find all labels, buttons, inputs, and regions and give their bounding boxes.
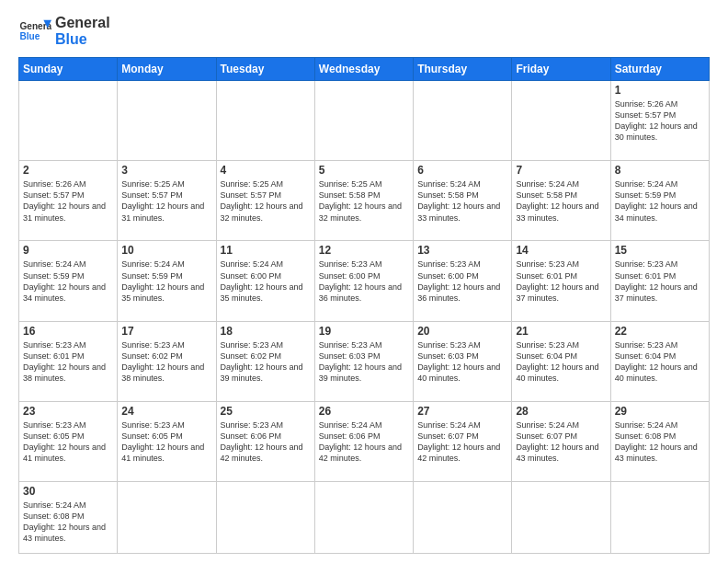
svg-text:Blue: Blue: [19, 31, 40, 41]
calendar-day-cell: [118, 481, 216, 553]
calendar-day-cell: 27Sunrise: 5:24 AM Sunset: 6:07 PM Dayli…: [414, 401, 512, 481]
calendar-week-row: 30Sunrise: 5:24 AM Sunset: 6:08 PM Dayli…: [19, 481, 710, 553]
day-number: 17: [121, 325, 211, 338]
day-info-text: Sunrise: 5:23 AM Sunset: 6:01 PM Dayligh…: [615, 259, 705, 304]
day-info-text: Sunrise: 5:24 AM Sunset: 6:06 PM Dayligh…: [319, 419, 409, 465]
calendar-day-cell: 7Sunrise: 5:24 AM Sunset: 5:58 PM Daylig…: [512, 161, 610, 241]
calendar-day-cell: 5Sunrise: 5:25 AM Sunset: 5:58 PM Daylig…: [314, 161, 413, 241]
calendar-day-cell: 8Sunrise: 5:24 AM Sunset: 5:59 PM Daylig…: [610, 161, 709, 241]
day-number: 4: [221, 164, 311, 177]
day-number: 16: [23, 325, 113, 338]
calendar-day-cell: [314, 481, 413, 553]
weekday-header-sunday: Sunday: [19, 58, 118, 81]
day-info-text: Sunrise: 5:25 AM Sunset: 5:57 PM Dayligh…: [121, 178, 211, 224]
day-info-text: Sunrise: 5:26 AM Sunset: 5:57 PM Dayligh…: [615, 98, 705, 144]
day-number: 18: [221, 325, 311, 338]
calendar-day-cell: [610, 481, 709, 553]
day-info-text: Sunrise: 5:24 AM Sunset: 5:58 PM Dayligh…: [516, 178, 606, 224]
calendar-day-cell: [118, 81, 216, 161]
weekday-header-wednesday: Wednesday: [314, 58, 413, 81]
calendar-day-cell: [414, 81, 512, 161]
day-number: 19: [319, 325, 409, 338]
calendar-table: SundayMondayTuesdayWednesdayThursdayFrid…: [18, 57, 710, 554]
day-info-text: Sunrise: 5:23 AM Sunset: 6:02 PM Dayligh…: [121, 339, 211, 385]
calendar-week-row: 9Sunrise: 5:24 AM Sunset: 5:59 PM Daylig…: [19, 241, 710, 321]
day-number: 21: [516, 325, 606, 338]
day-number: 10: [121, 244, 211, 257]
calendar-day-cell: 2Sunrise: 5:26 AM Sunset: 5:57 PM Daylig…: [19, 161, 118, 241]
day-number: 8: [615, 164, 705, 177]
day-number: 7: [516, 164, 606, 177]
day-number: 1: [615, 84, 705, 97]
day-number: 2: [23, 164, 113, 177]
calendar-day-cell: 13Sunrise: 5:23 AM Sunset: 6:00 PM Dayli…: [414, 241, 512, 321]
day-number: 23: [23, 405, 113, 418]
weekday-header-thursday: Thursday: [414, 58, 512, 81]
calendar-day-cell: 6Sunrise: 5:24 AM Sunset: 5:58 PM Daylig…: [414, 161, 512, 241]
calendar-day-cell: 17Sunrise: 5:23 AM Sunset: 6:02 PM Dayli…: [118, 321, 216, 401]
day-info-text: Sunrise: 5:24 AM Sunset: 6:07 PM Dayligh…: [417, 419, 507, 465]
calendar-day-cell: 19Sunrise: 5:23 AM Sunset: 6:03 PM Dayli…: [314, 321, 413, 401]
calendar-day-cell: 12Sunrise: 5:23 AM Sunset: 6:00 PM Dayli…: [314, 241, 413, 321]
calendar-day-cell: [314, 81, 413, 161]
day-info-text: Sunrise: 5:23 AM Sunset: 6:03 PM Dayligh…: [319, 339, 409, 385]
day-info-text: Sunrise: 5:23 AM Sunset: 6:03 PM Dayligh…: [417, 339, 507, 385]
calendar-day-cell: 30Sunrise: 5:24 AM Sunset: 6:08 PM Dayli…: [19, 481, 118, 553]
day-number: 5: [319, 164, 409, 177]
calendar-day-cell: 15Sunrise: 5:23 AM Sunset: 6:01 PM Dayli…: [610, 241, 709, 321]
calendar-day-cell: 26Sunrise: 5:24 AM Sunset: 6:06 PM Dayli…: [314, 401, 413, 481]
day-info-text: Sunrise: 5:23 AM Sunset: 6:05 PM Dayligh…: [23, 419, 113, 465]
calendar-day-cell: 29Sunrise: 5:24 AM Sunset: 6:08 PM Dayli…: [610, 401, 709, 481]
day-info-text: Sunrise: 5:24 AM Sunset: 5:58 PM Dayligh…: [417, 178, 507, 224]
weekday-header-tuesday: Tuesday: [216, 58, 314, 81]
day-info-text: Sunrise: 5:26 AM Sunset: 5:57 PM Dayligh…: [23, 178, 113, 224]
calendar-week-row: 1Sunrise: 5:26 AM Sunset: 5:57 PM Daylig…: [19, 81, 710, 161]
calendar-week-row: 2Sunrise: 5:26 AM Sunset: 5:57 PM Daylig…: [19, 161, 710, 241]
calendar-day-cell: 14Sunrise: 5:23 AM Sunset: 6:01 PM Dayli…: [512, 241, 610, 321]
day-number: 27: [417, 405, 507, 418]
day-info-text: Sunrise: 5:25 AM Sunset: 5:57 PM Dayligh…: [221, 178, 311, 224]
calendar-day-cell: 10Sunrise: 5:24 AM Sunset: 5:59 PM Dayli…: [118, 241, 216, 321]
calendar-day-cell: 3Sunrise: 5:25 AM Sunset: 5:57 PM Daylig…: [118, 161, 216, 241]
day-number: 3: [121, 164, 211, 177]
day-number: 28: [516, 405, 606, 418]
calendar-day-cell: [216, 81, 314, 161]
day-info-text: Sunrise: 5:25 AM Sunset: 5:58 PM Dayligh…: [319, 178, 409, 224]
day-info-text: Sunrise: 5:23 AM Sunset: 6:02 PM Dayligh…: [221, 339, 311, 385]
logo-general-text: General: [55, 15, 110, 31]
calendar-day-cell: 16Sunrise: 5:23 AM Sunset: 6:01 PM Dayli…: [19, 321, 118, 401]
day-number: 22: [615, 325, 705, 338]
weekday-header-monday: Monday: [118, 58, 216, 81]
calendar-day-cell: 22Sunrise: 5:23 AM Sunset: 6:04 PM Dayli…: [610, 321, 709, 401]
day-info-text: Sunrise: 5:24 AM Sunset: 6:00 PM Dayligh…: [221, 259, 311, 304]
day-info-text: Sunrise: 5:23 AM Sunset: 6:00 PM Dayligh…: [319, 259, 409, 304]
day-info-text: Sunrise: 5:24 AM Sunset: 5:59 PM Dayligh…: [23, 259, 113, 304]
day-info-text: Sunrise: 5:24 AM Sunset: 6:08 PM Dayligh…: [23, 500, 113, 545]
day-number: 12: [319, 244, 409, 257]
calendar-day-cell: 21Sunrise: 5:23 AM Sunset: 6:04 PM Dayli…: [512, 321, 610, 401]
calendar-day-cell: 24Sunrise: 5:23 AM Sunset: 6:05 PM Dayli…: [118, 401, 216, 481]
day-info-text: Sunrise: 5:24 AM Sunset: 5:59 PM Dayligh…: [121, 259, 211, 304]
calendar-day-cell: [512, 481, 610, 553]
day-number: 13: [417, 244, 507, 257]
calendar-day-cell: [414, 481, 512, 553]
weekday-header-row: SundayMondayTuesdayWednesdayThursdayFrid…: [19, 58, 710, 81]
calendar-week-row: 23Sunrise: 5:23 AM Sunset: 6:05 PM Dayli…: [19, 401, 710, 481]
day-info-text: Sunrise: 5:24 AM Sunset: 6:07 PM Dayligh…: [516, 419, 606, 465]
weekday-header-friday: Friday: [512, 58, 610, 81]
calendar-day-cell: 4Sunrise: 5:25 AM Sunset: 5:57 PM Daylig…: [216, 161, 314, 241]
day-info-text: Sunrise: 5:24 AM Sunset: 5:59 PM Dayligh…: [615, 178, 705, 224]
day-number: 29: [615, 405, 705, 418]
day-info-text: Sunrise: 5:23 AM Sunset: 6:01 PM Dayligh…: [516, 259, 606, 304]
calendar-day-cell: 9Sunrise: 5:24 AM Sunset: 5:59 PM Daylig…: [19, 241, 118, 321]
day-number: 25: [221, 405, 311, 418]
calendar-day-cell: 18Sunrise: 5:23 AM Sunset: 6:02 PM Dayli…: [216, 321, 314, 401]
day-number: 15: [615, 244, 705, 257]
page: General Blue General Blue SundayMondayTu…: [0, 0, 728, 563]
calendar-day-cell: 11Sunrise: 5:24 AM Sunset: 6:00 PM Dayli…: [216, 241, 314, 321]
day-info-text: Sunrise: 5:23 AM Sunset: 6:05 PM Dayligh…: [121, 419, 211, 465]
calendar-day-cell: [19, 81, 118, 161]
day-info-text: Sunrise: 5:24 AM Sunset: 6:08 PM Dayligh…: [615, 419, 705, 465]
header: General Blue General Blue: [18, 15, 710, 48]
calendar-day-cell: 28Sunrise: 5:24 AM Sunset: 6:07 PM Dayli…: [512, 401, 610, 481]
